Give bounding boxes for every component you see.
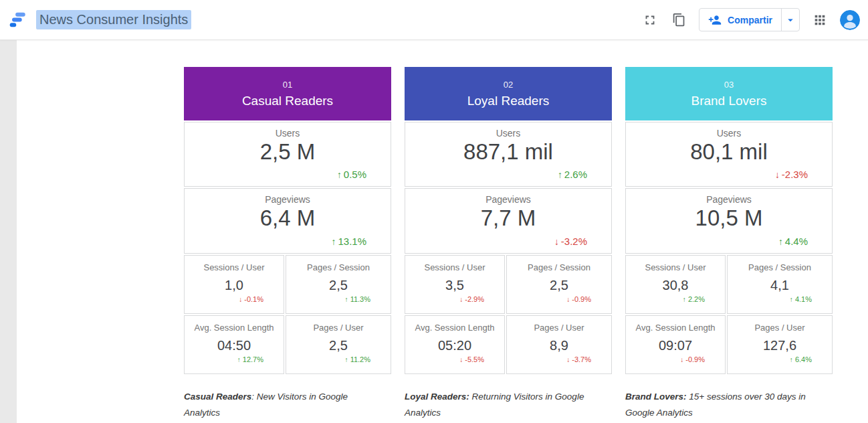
footnote-loyal-readers: Loyal Readers: Returning Visitors in Goo… [405, 389, 600, 421]
caret-down-icon [784, 14, 796, 26]
metric-delta: 2.2% [683, 295, 705, 303]
footnote-term: Brand Lovers: [625, 392, 687, 402]
metric-value: 7,7 M [405, 205, 611, 231]
apps-grid-button[interactable] [811, 11, 829, 29]
metric-delta: 12.7% [237, 355, 263, 363]
footnote-term: Loyal Readers: [405, 392, 469, 402]
trend-arrow-icon [683, 295, 686, 303]
avg-session-length-scorecard[interactable]: Avg. Session Length 09:07 -0.9% [625, 315, 726, 374]
user-avatar[interactable] [840, 10, 860, 30]
metric-value: 09:07 [626, 338, 725, 353]
trend-arrow-icon [790, 295, 793, 303]
metric-value: 6,4 M [185, 205, 391, 231]
panel-number: 01 [184, 80, 391, 90]
sessions-per-user-scorecard[interactable]: Sessions / User 1,0 -0.1% [184, 255, 284, 314]
pageviews-scorecard[interactable]: Pageviews 10,5 M 4.4% [625, 188, 833, 254]
panel-header[interactable]: 01 Casual Readers [184, 67, 391, 120]
metric-value: 2,5 [286, 338, 391, 353]
trend-arrow-icon [554, 236, 559, 247]
metric-value: 1,0 [185, 278, 284, 293]
canvas-left-margin [0, 40, 17, 423]
delta-value: -3.2% [561, 236, 587, 247]
fullscreen-button[interactable] [641, 11, 659, 29]
pages-per-session-scorecard[interactable]: Pages / Session 2,5 11.3% [286, 255, 391, 314]
metric-value: 127,6 [728, 338, 832, 353]
pages-per-user-scorecard[interactable]: Pages / User 127,6 6.4% [727, 315, 833, 374]
metric-value: 2,5 M [185, 139, 391, 165]
trend-arrow-icon [558, 169, 562, 180]
users-scorecard[interactable]: Users 2,5 M 0.5% [184, 122, 391, 187]
delta-value: 0.5% [344, 169, 366, 180]
delta-value: 6.4% [795, 355, 812, 363]
delta-value: 11.3% [350, 295, 370, 303]
metric-label: Pages / User [728, 323, 832, 333]
metric-delta: 4.4% [778, 236, 808, 247]
trend-arrow-icon [345, 295, 348, 303]
pages-per-user-scorecard[interactable]: Pages / User 2,5 11.2% [286, 315, 391, 374]
panel-header[interactable]: 02 Loyal Readers [405, 67, 612, 120]
metric-delta: -0.9% [680, 355, 705, 363]
metric-delta: 11.2% [345, 355, 370, 363]
share-button-group: Compartir [699, 8, 800, 31]
metric-label: Avg. Session Length [626, 323, 725, 333]
panel-casual-readers: 01 Casual Readers Users 2,5 M 0.5% Pagev… [184, 67, 391, 374]
trend-arrow-icon [332, 236, 336, 247]
copy-pages-button[interactable] [670, 11, 687, 29]
trend-arrow-icon [337, 169, 342, 180]
scorecard-row: Sessions / User 1,0 -0.1% Pages / Sessio… [184, 255, 391, 314]
metric-value: 30,8 [626, 278, 725, 293]
metric-value: 8,9 [507, 338, 611, 353]
pageviews-scorecard[interactable]: Pageviews 7,7 M -3.2% [405, 188, 612, 254]
report-title[interactable]: News Consumer Insights [36, 10, 191, 29]
metric-value: 887,1 mil [405, 139, 611, 165]
metric-label: Sessions / User [405, 262, 504, 272]
share-button[interactable]: Compartir [699, 9, 781, 31]
header-actions: Compartir [641, 8, 860, 31]
scorecard-row: Sessions / User 30,8 2.2% Pages / Sessio… [625, 255, 833, 314]
pages-per-user-scorecard[interactable]: Pages / User 8,9 -3.7% [506, 315, 612, 374]
panel-header[interactable]: 03 Brand Lovers [625, 67, 833, 120]
metric-label: Pageviews [405, 194, 611, 205]
panel-title: Casual Readers [184, 94, 391, 108]
pages-per-session-scorecard[interactable]: Pages / Session 4,1 4.1% [727, 255, 833, 314]
data-studio-logo-icon[interactable] [8, 11, 27, 29]
trend-arrow-icon [778, 236, 783, 247]
panel-brand-lovers: 03 Brand Lovers Users 80,1 mil -2.3% Pag… [625, 67, 833, 374]
metric-delta: 2.6% [558, 169, 587, 180]
delta-value: 12.7% [243, 355, 263, 363]
metric-label: Sessions / User [626, 262, 725, 272]
metric-value: 2,5 [286, 278, 391, 293]
avg-session-length-scorecard[interactable]: Avg. Session Length 05:20 -5.5% [405, 315, 505, 374]
scorecard-row: Avg. Session Length 05:20 -5.5% Pages / … [405, 315, 612, 374]
metric-delta: 6.4% [790, 355, 812, 363]
delta-value: -0.1% [244, 295, 263, 303]
metric-value: 2,5 [507, 278, 611, 293]
users-scorecard[interactable]: Users 80,1 mil -2.3% [625, 122, 833, 187]
metric-label: Users [626, 128, 832, 139]
metric-label: Pageviews [185, 194, 391, 205]
panel-loyal-readers: 02 Loyal Readers Users 887,1 mil 2.6% Pa… [405, 67, 612, 374]
avg-session-length-scorecard[interactable]: Avg. Session Length 04:50 12.7% [184, 315, 284, 374]
delta-value: -2.3% [782, 169, 808, 180]
metric-value: 4,1 [728, 278, 832, 293]
panel-number: 03 [625, 80, 833, 90]
sessions-per-user-scorecard[interactable]: Sessions / User 3,5 -2.9% [405, 255, 505, 314]
users-scorecard[interactable]: Users 887,1 mil 2.6% [405, 122, 612, 187]
scorecard-row: Sessions / User 3,5 -2.9% Pages / Sessio… [405, 255, 612, 314]
metric-label: Pages / Session [728, 262, 832, 272]
panel-number: 02 [405, 80, 612, 90]
panel-title: Loyal Readers [405, 94, 612, 108]
scorecard-row: Avg. Session Length 04:50 12.7% Pages / … [184, 315, 391, 374]
pages-per-session-scorecard[interactable]: Pages / Session 2,5 -0.9% [506, 255, 612, 314]
footnote-brand-lovers: Brand Lovers: 15+ sessions over 30 days … [625, 389, 821, 421]
metric-delta: -3.7% [566, 355, 591, 363]
trend-arrow-icon [345, 355, 348, 363]
trend-arrow-icon [775, 169, 780, 180]
sessions-per-user-scorecard[interactable]: Sessions / User 30,8 2.2% [625, 255, 726, 314]
metric-delta: -3.2% [554, 236, 587, 247]
metric-label: Pages / Session [507, 262, 611, 272]
metric-label: Avg. Session Length [185, 323, 284, 333]
share-dropdown-button[interactable] [781, 9, 799, 31]
pageviews-scorecard[interactable]: Pageviews 6,4 M 13.1% [184, 188, 391, 254]
share-button-label: Compartir [728, 15, 772, 25]
